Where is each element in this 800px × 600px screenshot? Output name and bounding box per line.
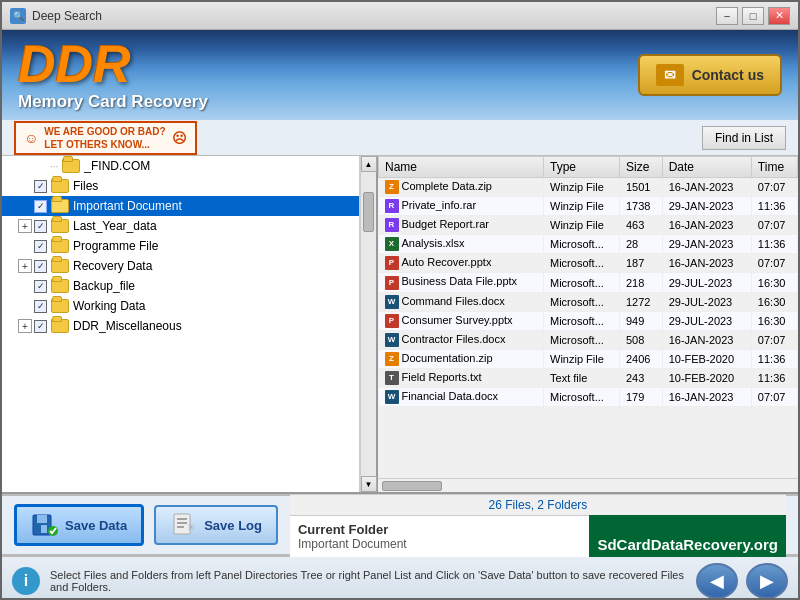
tree-item-working[interactable]: ✓ Working Data <box>2 296 359 316</box>
table-row[interactable]: RPrivate_info.rar Winzip File 1738 29-JA… <box>379 197 798 216</box>
ddr-logo: DDR <box>18 38 208 90</box>
col-date[interactable]: Date <box>662 157 751 178</box>
file-date: 29-JAN-2023 <box>662 235 751 254</box>
file-date: 16-JAN-2023 <box>662 254 751 273</box>
tree-item-label: Important Document <box>73 199 182 213</box>
file-date: 16-JAN-2023 <box>662 388 751 407</box>
tree-checkbox[interactable]: ✓ <box>34 180 47 193</box>
table-row[interactable]: WContractor Files.docx Microsoft... 508 … <box>379 330 798 349</box>
tree-checkbox[interactable]: ✓ <box>34 320 47 333</box>
table-row[interactable]: PConsumer Survey.pptx Microsoft... 949 2… <box>379 311 798 330</box>
tree-item-programme[interactable]: ✓ Programme File <box>2 236 359 256</box>
svg-rect-2 <box>41 525 47 533</box>
tree-expand-icon[interactable]: + <box>18 319 32 333</box>
left-section: ··· _FIND.COM ✓ Files ✓ Important Docume… <box>2 156 378 492</box>
h-scroll-thumb <box>382 481 442 491</box>
file-type-icon: X <box>385 237 399 251</box>
file-type: Microsoft... <box>544 273 620 292</box>
file-type-icon: W <box>385 333 399 347</box>
col-time[interactable]: Time <box>751 157 797 178</box>
file-name: ZComplete Data.zip <box>379 178 544 197</box>
file-name: TField Reports.txt <box>379 368 544 387</box>
tree-scroll-track[interactable] <box>361 172 376 476</box>
file-size: 2406 <box>620 349 663 368</box>
col-size[interactable]: Size <box>620 157 663 178</box>
badge-line2: LET OTHERS KNOW... <box>44 138 165 151</box>
file-size: 463 <box>620 216 663 235</box>
folder-icon <box>51 319 69 333</box>
file-date: 29-JUL-2023 <box>662 311 751 330</box>
contact-label: Contact us <box>692 67 764 83</box>
horizontal-scrollbar[interactable] <box>378 478 798 492</box>
file-size: 218 <box>620 273 663 292</box>
tree-scroll-down[interactable]: ▼ <box>361 476 377 492</box>
save-data-button[interactable]: Save Data <box>14 504 144 546</box>
save-log-button[interactable]: Save Log <box>154 505 278 545</box>
col-type[interactable]: Type <box>544 157 620 178</box>
file-date: 16-JAN-2023 <box>662 178 751 197</box>
tree-expand-icon[interactable]: + <box>18 259 32 273</box>
file-size: 187 <box>620 254 663 273</box>
col-name[interactable]: Name <box>379 157 544 178</box>
file-name: PBusiness Data File.pptx <box>379 273 544 292</box>
folder-icon <box>51 219 69 233</box>
rating-badge[interactable]: ☺ WE ARE GOOD OR BAD? LET OTHERS KNOW...… <box>14 121 197 155</box>
tree-item-label: Programme File <box>73 239 158 253</box>
folder-icon <box>51 279 69 293</box>
file-time: 07:07 <box>751 330 797 349</box>
find-in-list-button[interactable]: Find in List <box>702 126 786 150</box>
table-row[interactable]: WFinancial Data.docx Microsoft... 179 16… <box>379 388 798 407</box>
tree-item-files[interactable]: ✓ Files <box>2 176 359 196</box>
file-time: 11:36 <box>751 368 797 387</box>
close-button[interactable]: ✕ <box>768 7 790 25</box>
file-type: Microsoft... <box>544 330 620 349</box>
table-row[interactable]: WCommand Files.docx Microsoft... 1272 29… <box>379 292 798 311</box>
table-row[interactable]: PBusiness Data File.pptx Microsoft... 21… <box>379 273 798 292</box>
contact-button[interactable]: ✉ Contact us <box>638 54 782 96</box>
file-name: PConsumer Survey.pptx <box>379 311 544 330</box>
file-type-icon: T <box>385 371 399 385</box>
badge-line1: WE ARE GOOD OR BAD? <box>44 125 165 138</box>
tree-expand-icon[interactable]: + <box>18 219 32 233</box>
file-name: WCommand Files.docx <box>379 292 544 311</box>
file-date: 16-JAN-2023 <box>662 330 751 349</box>
table-row[interactable]: ZComplete Data.zip Winzip File 1501 16-J… <box>379 178 798 197</box>
file-count: 26 Files, 2 Folders <box>290 494 786 515</box>
tree-item-ddr-misc[interactable]: + ✓ DDR_Miscellaneous <box>2 316 359 336</box>
tree-scroll-up[interactable]: ▲ <box>361 156 377 172</box>
table-row[interactable]: XAnalysis.xlsx Microsoft... 28 29-JAN-20… <box>379 235 798 254</box>
tree-item-important[interactable]: ✓ Important Document <box>2 196 359 216</box>
file-date: 29-JUL-2023 <box>662 292 751 311</box>
files-list: Name Type Size Date Time ZComplete Data.… <box>378 156 798 407</box>
minimize-button[interactable]: − <box>716 7 738 25</box>
forward-button[interactable]: ▶ <box>746 563 788 599</box>
tree-item-label: DDR_Miscellaneous <box>73 319 182 333</box>
table-row[interactable]: PAuto Recover.pptx Microsoft... 187 16-J… <box>379 254 798 273</box>
maximize-button[interactable]: □ <box>742 7 764 25</box>
contact-icon: ✉ <box>656 64 684 86</box>
table-row[interactable]: RBudget Report.rar Winzip File 463 16-JA… <box>379 216 798 235</box>
tree-checkbox[interactable]: ✓ <box>34 220 47 233</box>
folder-tree: ··· _FIND.COM ✓ Files ✓ Important Docume… <box>2 156 360 492</box>
rating-icon2: ☹ <box>172 130 187 146</box>
back-button[interactable]: ◀ <box>696 563 738 599</box>
tree-item-recovery[interactable]: + ✓ Recovery Data <box>2 256 359 276</box>
tree-checkbox[interactable]: ✓ <box>34 260 47 273</box>
table-row[interactable]: TField Reports.txt Text file 243 10-FEB-… <box>379 368 798 387</box>
tree-checkbox[interactable]: ✓ <box>34 280 47 293</box>
file-time: 07:07 <box>751 216 797 235</box>
table-row[interactable]: ZDocumentation.zip Winzip File 2406 10-F… <box>379 349 798 368</box>
tree-checkbox[interactable]: ✓ <box>34 240 47 253</box>
tree-item-find[interactable]: ··· _FIND.COM <box>2 156 359 176</box>
file-type-icon: Z <box>385 180 399 194</box>
file-type: Winzip File <box>544 349 620 368</box>
file-type: Winzip File <box>544 178 620 197</box>
file-time: 07:07 <box>751 388 797 407</box>
badge-text: WE ARE GOOD OR BAD? LET OTHERS KNOW... <box>44 125 165 151</box>
tree-item-backup[interactable]: ✓ Backup_file <box>2 276 359 296</box>
file-time: 11:36 <box>751 349 797 368</box>
tree-item-lastyear[interactable]: + ✓ Last_Year_data <box>2 216 359 236</box>
tree-checkbox[interactable]: ✓ <box>34 200 47 213</box>
tree-checkbox[interactable]: ✓ <box>34 300 47 313</box>
file-time: 11:36 <box>751 235 797 254</box>
